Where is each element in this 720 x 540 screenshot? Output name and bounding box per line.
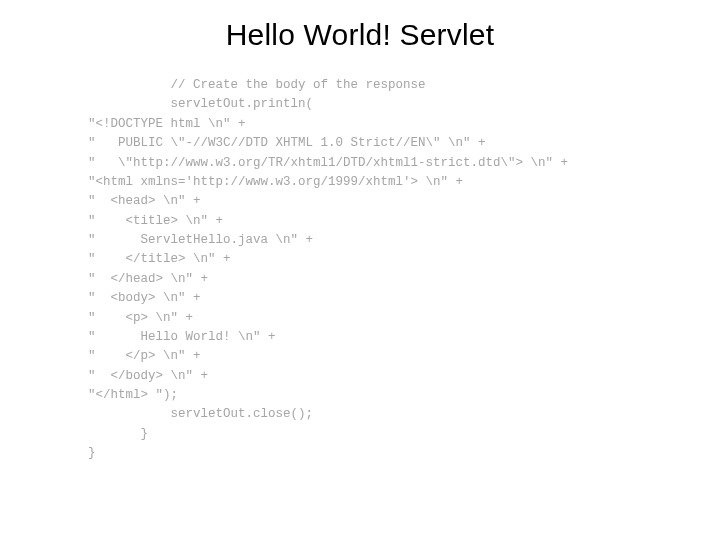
code-line: }: [88, 425, 720, 444]
code-line: // Create the body of the response: [88, 76, 720, 95]
code-line: " </p> \n" +: [88, 347, 720, 366]
code-line: servletOut.println(: [88, 95, 720, 114]
code-line: " \"http://www.w3.org/TR/xhtml1/DTD/xhtm…: [88, 154, 720, 173]
code-line: "<html xmlns='http://www.w3.org/1999/xht…: [88, 173, 720, 192]
code-line: " ServletHello.java \n" +: [88, 231, 720, 250]
slide: Hello World! Servlet // Create the body …: [0, 0, 720, 540]
code-line: servletOut.close();: [88, 405, 720, 424]
code-line: " <body> \n" +: [88, 289, 720, 308]
slide-title: Hello World! Servlet: [0, 18, 720, 52]
code-line: " <title> \n" +: [88, 212, 720, 231]
code-line: " </body> \n" +: [88, 367, 720, 386]
code-line: " PUBLIC \"-//W3C//DTD XHTML 1.0 Strict/…: [88, 134, 720, 153]
code-line: " </head> \n" +: [88, 270, 720, 289]
code-block: // Create the body of the response servl…: [0, 76, 720, 464]
code-line: "<!DOCTYPE html \n" +: [88, 115, 720, 134]
code-line: " </title> \n" +: [88, 250, 720, 269]
code-line: }: [88, 444, 720, 463]
code-line: " <p> \n" +: [88, 309, 720, 328]
code-line: "</html> ");: [88, 386, 720, 405]
code-line: " Hello World! \n" +: [88, 328, 720, 347]
code-line: " <head> \n" +: [88, 192, 720, 211]
